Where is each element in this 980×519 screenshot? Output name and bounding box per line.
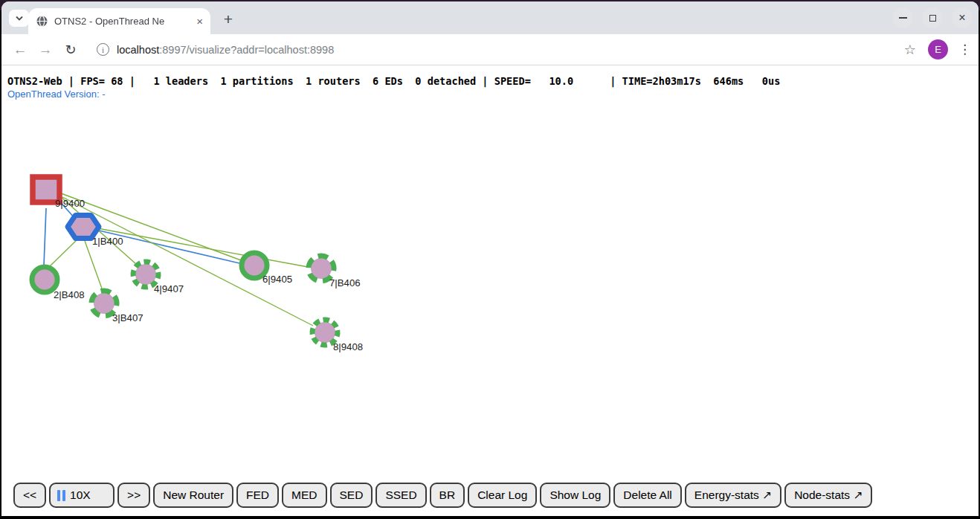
button-label: Clear Log bbox=[477, 489, 527, 502]
network-canvas: 9|94001|B4002|B4083|B4074|94076|94057|B4… bbox=[1, 65, 979, 515]
button-label: Show Log bbox=[549, 489, 601, 502]
minimize-icon bbox=[899, 17, 907, 19]
bookmark-star-icon[interactable]: ☆ bbox=[904, 42, 916, 58]
close-button[interactable]: × bbox=[952, 7, 973, 28]
button-label: 10X bbox=[70, 489, 91, 502]
node-label: 6|9405 bbox=[262, 274, 292, 285]
node-label: 2|B408 bbox=[54, 289, 85, 300]
tab-close-icon[interactable]: × bbox=[196, 16, 203, 27]
new-router-button[interactable]: New Router bbox=[153, 483, 233, 508]
energy-stats-button[interactable]: Energy-stats ↗ bbox=[685, 483, 781, 508]
tab-search-button[interactable] bbox=[9, 10, 29, 27]
tab-strip: OTNS2 - OpenThread Ne × + × bbox=[1, 1, 979, 34]
maximize-button[interactable] bbox=[922, 7, 943, 28]
sed-button[interactable]: SED bbox=[330, 483, 373, 508]
avatar[interactable]: E bbox=[928, 39, 948, 59]
show-log-button[interactable]: Show Log bbox=[540, 483, 610, 508]
site-info-icon[interactable]: i bbox=[97, 43, 109, 56]
url-path: :8997/visualize?addr=localhost:8998 bbox=[159, 44, 334, 56]
forward-button[interactable]: → bbox=[33, 42, 58, 58]
button-label: Delete All bbox=[623, 489, 671, 502]
button-label: BR bbox=[439, 489, 456, 502]
window-controls: × bbox=[892, 7, 973, 28]
br-button[interactable]: BR bbox=[430, 483, 465, 508]
link-1-6 bbox=[99, 231, 239, 263]
step-back-button[interactable]: << bbox=[13, 483, 46, 508]
link-1-7 bbox=[97, 228, 308, 267]
globe-icon bbox=[36, 15, 48, 28]
button-label: << bbox=[23, 489, 36, 502]
pause-icon bbox=[57, 490, 65, 501]
button-label: MED bbox=[291, 489, 317, 502]
minimize-button[interactable] bbox=[892, 7, 913, 28]
link-9-2 bbox=[44, 208, 46, 265]
button-label: New Router bbox=[163, 489, 224, 502]
menu-dots-icon[interactable]: ⋮ bbox=[958, 42, 971, 57]
fed-button[interactable]: FED bbox=[236, 483, 279, 508]
med-button[interactable]: MED bbox=[282, 483, 326, 508]
node-label: 4|9407 bbox=[154, 283, 184, 294]
step-forward-button[interactable]: >> bbox=[117, 483, 150, 508]
button-label: Node-stats ↗ bbox=[794, 489, 863, 502]
url-bar[interactable]: localhost:8997/visualize?addr=localhost:… bbox=[117, 44, 904, 56]
clear-log-button[interactable]: Clear Log bbox=[468, 483, 537, 508]
tab-title: OTNS2 - OpenThread Ne bbox=[54, 16, 190, 27]
delete-all-button[interactable]: Delete All bbox=[613, 483, 681, 508]
ssed-button[interactable]: SSED bbox=[375, 483, 426, 508]
openthread-version-link[interactable]: OpenThread Version: - bbox=[7, 88, 106, 100]
button-label: FED bbox=[246, 489, 269, 502]
speed-button[interactable]: 10X bbox=[49, 483, 115, 508]
button-label: SSED bbox=[385, 489, 416, 502]
action-toolbar: <<10X>>New RouterFEDMEDSEDSSEDBRClear Lo… bbox=[13, 483, 872, 508]
page-content: OTNS2-Web | FPS= 68 | 1 leaders 1 partit… bbox=[1, 65, 979, 515]
node-label: 7|B406 bbox=[329, 277, 361, 288]
node-stats-button[interactable]: Node-stats ↗ bbox=[784, 483, 872, 508]
button-label: SED bbox=[340, 489, 364, 502]
button-label: Energy-stats ↗ bbox=[694, 489, 772, 502]
browser-window: OTNS2 - OpenThread Ne × + × ← → ↻ i loca… bbox=[1, 1, 979, 516]
reload-button[interactable]: ↻ bbox=[58, 42, 83, 58]
button-label: >> bbox=[127, 489, 141, 502]
url-host: localhost bbox=[117, 44, 159, 56]
chevron-down-icon bbox=[15, 16, 24, 22]
node-label: 3|B407 bbox=[112, 312, 144, 323]
node-9[interactable] bbox=[33, 177, 59, 202]
node-1[interactable] bbox=[68, 215, 99, 238]
status-bar: OTNS2-Web | FPS= 68 | 1 leaders 1 partit… bbox=[7, 75, 780, 87]
link-1-3 bbox=[85, 241, 102, 288]
node-label: 1|B400 bbox=[92, 236, 123, 247]
browser-toolbar: ← → ↻ i localhost:8997/visualize?addr=lo… bbox=[1, 34, 979, 65]
browser-tab[interactable]: OTNS2 - OpenThread Ne × bbox=[28, 8, 210, 34]
close-icon: × bbox=[958, 12, 965, 24]
back-button[interactable]: ← bbox=[7, 42, 33, 58]
link-1-2 bbox=[49, 239, 78, 267]
maximize-icon bbox=[929, 15, 936, 22]
node-label: 8|9408 bbox=[333, 341, 363, 352]
new-tab-button[interactable]: + bbox=[218, 9, 239, 30]
